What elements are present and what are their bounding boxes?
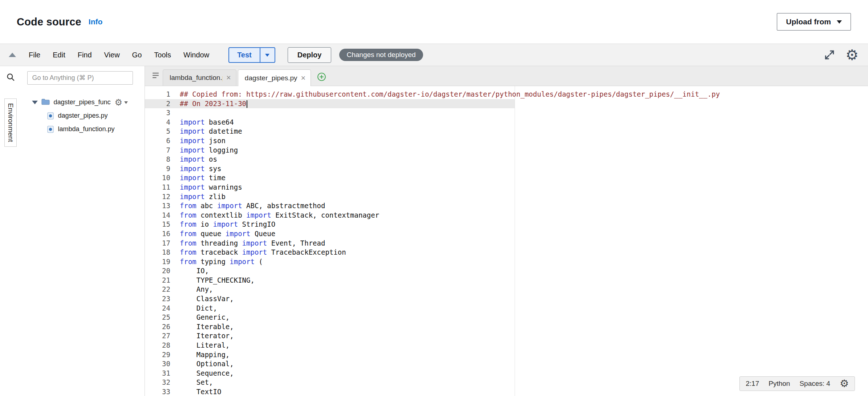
- code-editor[interactable]: 1## Copied from: https://raw.githubuserc…: [145, 86, 868, 396]
- spaces-setting[interactable]: Spaces: 4: [799, 380, 830, 388]
- code-line-7[interactable]: 7import logging: [145, 146, 868, 155]
- line-number[interactable]: 26: [145, 322, 170, 332]
- line-number[interactable]: 8: [145, 155, 170, 164]
- code-line-25[interactable]: 25 Generic,: [145, 313, 868, 322]
- tree-file-lambda_function.py[interactable]: lambda_function.py: [21, 122, 145, 136]
- code-line-9[interactable]: 9import sys: [145, 164, 868, 174]
- language-mode[interactable]: Python: [768, 380, 790, 388]
- line-number[interactable]: 28: [145, 341, 170, 350]
- code-line-23[interactable]: 23 ClassVar,: [145, 294, 868, 304]
- line-number[interactable]: 24: [145, 304, 170, 313]
- line-number[interactable]: 16: [145, 229, 170, 239]
- code-line-5[interactable]: 5import datetime: [145, 127, 868, 136]
- line-number[interactable]: 11: [145, 183, 170, 192]
- close-tab-icon[interactable]: ×: [301, 74, 306, 82]
- test-dropdown-button[interactable]: [260, 47, 275, 63]
- line-number[interactable]: 20: [145, 266, 170, 276]
- line-number[interactable]: 31: [145, 369, 170, 378]
- line-number[interactable]: 10: [145, 173, 170, 183]
- code-line-15[interactable]: 15from io import StringIO: [145, 220, 868, 229]
- line-number[interactable]: 3: [145, 108, 170, 118]
- editor-settings-gear-icon[interactable]: ⚙: [840, 379, 849, 389]
- changes-not-deployed-badge: Changes not deployed: [339, 49, 423, 61]
- code-line-22[interactable]: 22 Any,: [145, 285, 868, 294]
- line-number[interactable]: 12: [145, 192, 170, 202]
- environment-panel-tab[interactable]: Environment: [4, 98, 17, 147]
- code-line-11[interactable]: 11import warnings: [145, 183, 868, 192]
- code-line-18[interactable]: 18from traceback import TracebackExcepti…: [145, 248, 868, 257]
- goto-anything-input[interactable]: [27, 71, 133, 85]
- line-number[interactable]: 7: [145, 146, 170, 155]
- tree-settings-gear-icon[interactable]: ⚙: [114, 98, 128, 107]
- code-line-30[interactable]: 30 Optional,: [145, 359, 868, 369]
- folder-icon: [41, 98, 50, 106]
- tab-dagster_pipes.py[interactable]: dagster_pipes.py×: [238, 69, 311, 86]
- line-number[interactable]: 4: [145, 118, 170, 127]
- line-number[interactable]: 19: [145, 257, 170, 267]
- code-line-1[interactable]: 1## Copied from: https://raw.githubuserc…: [145, 90, 868, 99]
- line-number[interactable]: 6: [145, 136, 170, 146]
- code-line-4[interactable]: 4import base64: [145, 118, 868, 127]
- line-number[interactable]: 1: [145, 90, 170, 99]
- tree-file-dagster_pipes.py[interactable]: dagster_pipes.py: [21, 109, 145, 122]
- code-line-26[interactable]: 26 Iterable,: [145, 322, 868, 332]
- close-tab-icon[interactable]: ×: [226, 74, 231, 82]
- line-number[interactable]: 29: [145, 350, 170, 360]
- code-line-17[interactable]: 17from threading import Event, Thread: [145, 239, 868, 248]
- code-line-6[interactable]: 6import json: [145, 136, 868, 146]
- line-number[interactable]: 30: [145, 359, 170, 369]
- line-number[interactable]: 17: [145, 239, 170, 248]
- line-number[interactable]: 18: [145, 248, 170, 257]
- code-line-28[interactable]: 28 Literal,: [145, 341, 868, 350]
- line-text: [170, 108, 180, 118]
- line-number[interactable]: 15: [145, 220, 170, 229]
- line-number[interactable]: 27: [145, 331, 170, 341]
- line-number[interactable]: 22: [145, 285, 170, 294]
- line-number[interactable]: 21: [145, 276, 170, 285]
- code-line-21[interactable]: 21 TYPE_CHECKING,: [145, 276, 868, 285]
- code-line-8[interactable]: 8import os: [145, 155, 868, 164]
- tab-list-icon[interactable]: [151, 72, 160, 79]
- tree-folder-row[interactable]: dagster_pipes_function ⚙: [21, 96, 145, 109]
- menu-item-file[interactable]: File: [23, 51, 46, 59]
- line-number[interactable]: 2: [145, 99, 170, 109]
- line-number[interactable]: 25: [145, 313, 170, 322]
- collapse-panel-icon[interactable]: [9, 53, 16, 57]
- menu-item-window[interactable]: Window: [177, 51, 215, 59]
- line-number[interactable]: 23: [145, 294, 170, 304]
- code-line-2[interactable]: 2## On 2023-11-30: [145, 99, 868, 109]
- code-line-16[interactable]: 16from queue import Queue: [145, 229, 868, 239]
- menu-item-edit[interactable]: Edit: [46, 51, 71, 59]
- page-title: Code source: [17, 16, 81, 28]
- info-link[interactable]: Info: [89, 17, 102, 26]
- fullscreen-icon[interactable]: [824, 49, 835, 61]
- line-number[interactable]: 9: [145, 164, 170, 174]
- code-line-19[interactable]: 19from typing import (: [145, 257, 868, 267]
- line-number[interactable]: 33: [145, 387, 170, 396]
- code-line-24[interactable]: 24 Dict,: [145, 304, 868, 313]
- menu-item-go[interactable]: Go: [126, 51, 148, 59]
- code-line-10[interactable]: 10import time: [145, 173, 868, 183]
- code-line-20[interactable]: 20 IO,: [145, 266, 868, 276]
- line-number[interactable]: 5: [145, 127, 170, 136]
- cursor-position[interactable]: 2:17: [746, 380, 759, 388]
- code-line-3[interactable]: 3: [145, 108, 868, 118]
- folder-disclosure-icon[interactable]: [32, 101, 38, 104]
- menu-item-tools[interactable]: Tools: [148, 51, 177, 59]
- line-number[interactable]: 32: [145, 378, 170, 387]
- upload-from-button[interactable]: Upload from: [777, 13, 851, 31]
- test-button[interactable]: Test: [228, 47, 260, 63]
- deploy-button[interactable]: Deploy: [288, 47, 332, 63]
- code-line-14[interactable]: 14from contextlib import ExitStack, cont…: [145, 211, 868, 220]
- code-line-29[interactable]: 29 Mapping,: [145, 350, 868, 360]
- code-line-12[interactable]: 12import zlib: [145, 192, 868, 202]
- code-line-13[interactable]: 13from abc import ABC, abstractmethod: [145, 201, 868, 211]
- ide-settings-gear-icon[interactable]: ⚙: [845, 48, 859, 62]
- code-line-27[interactable]: 27 Iterator,: [145, 331, 868, 341]
- menu-item-view[interactable]: View: [98, 51, 126, 59]
- tab-lambda_function.py[interactable]: lambda_function.py×: [163, 69, 236, 86]
- menu-item-find[interactable]: Find: [72, 51, 98, 59]
- new-tab-icon[interactable]: [317, 72, 326, 82]
- line-number[interactable]: 14: [145, 211, 170, 220]
- line-number[interactable]: 13: [145, 201, 170, 211]
